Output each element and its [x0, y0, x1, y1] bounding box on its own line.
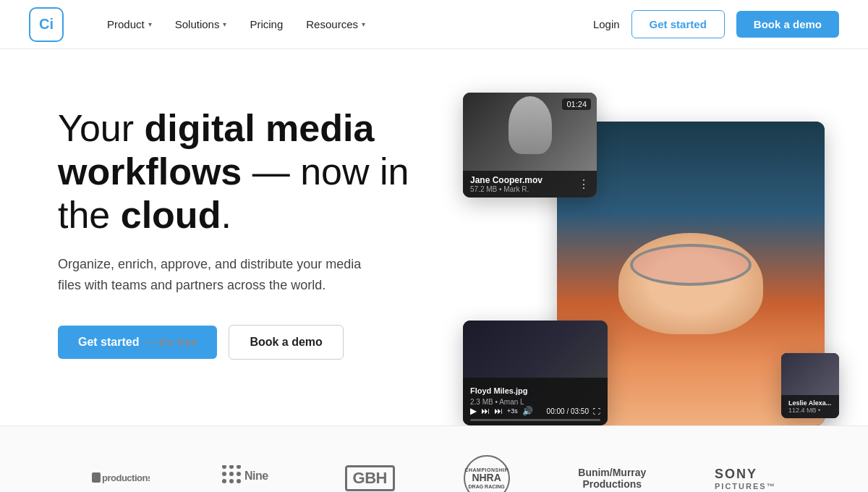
nav-center: Product ▾ Solutions ▾ Pricing Resources … [64, 18, 593, 30]
skip-icon[interactable]: ⏭ [494, 406, 503, 416]
book-demo-nav-button[interactable]: Book a demo [736, 11, 839, 38]
play-icon[interactable]: ▶ [470, 406, 477, 416]
video-player-bar: Floyd Miles.jpg 2.3 MB • Aman L ▶ ⏭ ⏭ +3… [463, 378, 608, 425]
logo-gbh: GBH [345, 465, 395, 491]
player-controls: ▶ ⏭ ⏭ +3s 🔊 00:00 / 03:50 ⛶ [470, 406, 600, 416]
nav-item-solutions[interactable]: Solutions ▾ [175, 18, 227, 30]
svg-text:productions.: productions. [102, 472, 150, 483]
expand-icon[interactable]: ⛶ [593, 407, 600, 415]
hero-title-part1: Your [58, 107, 145, 149]
hero-subtitle: Organize, enrich, approve, and distribut… [58, 254, 362, 296]
card-meta-leslie: 112.4 MB • [788, 407, 831, 414]
nav-item-pricing[interactable]: Pricing [250, 18, 283, 30]
hero-title: Your digital media workflows — now in th… [58, 107, 434, 237]
card-filename-leslie: Leslie Alexa... [788, 399, 831, 407]
svg-point-5 [222, 479, 226, 483]
svg-point-9 [229, 465, 234, 469]
hero-title-end: . [221, 194, 231, 236]
itn-logo-svg: productions. [92, 470, 150, 485]
card-meta-jane: 57.2 MB • Mark R. [470, 185, 542, 193]
media-card-leslie[interactable]: Leslie Alexa... 112.4 MB • [781, 353, 839, 418]
get-started-nav-button[interactable]: Get started [631, 10, 725, 38]
svg-point-7 [237, 479, 241, 483]
hero-section: Your digital media workflows — now in th… [0, 49, 868, 425]
logo-sony-pictures: SONY PICTURES™ [715, 467, 776, 491]
logo-nine: Nine [218, 465, 276, 491]
player-filename: Floyd Miles.jpg [470, 386, 527, 395]
media-card-floyd[interactable]: Floyd Miles.jpg 2.3 MB • Aman L ▶ ⏭ ⏭ +3… [463, 321, 608, 425]
svg-point-10 [237, 465, 241, 469]
nav-links: Product ▾ Solutions ▾ Pricing Resources … [107, 18, 365, 30]
nine-logo-svg: Nine [218, 465, 276, 487]
svg-text:Nine: Nine [244, 470, 268, 482]
card-footer-leslie: Leslie Alexa... 112.4 MB • [781, 395, 839, 418]
logos-bar: productions. Nine GBH CHAMPIONSHIP [0, 426, 868, 492]
speed-label: +3s [507, 407, 518, 415]
chevron-down-icon: ▾ [148, 20, 152, 28]
volume-icon[interactable]: 🔊 [522, 406, 533, 416]
more-options-icon[interactable]: ⋮ [578, 178, 590, 190]
nav-item-resources[interactable]: Resources ▾ [306, 18, 365, 30]
video-duration-badge: 01:24 [562, 98, 591, 110]
login-button[interactable]: Login [593, 18, 620, 30]
card-filename-jane: Jane Cooper.mov [470, 175, 542, 185]
svg-rect-0 [92, 472, 101, 483]
chevron-down-icon: ▾ [362, 20, 365, 28]
svg-point-2 [222, 472, 226, 476]
player-progress-bar[interactable] [470, 419, 600, 421]
media-card-jane[interactable]: 01:24 Jane Cooper.mov 57.2 MB • Mark R. … [463, 93, 597, 198]
svg-point-3 [229, 472, 234, 476]
player-filemeta: 2.3 MB • Aman L [470, 398, 524, 406]
svg-point-8 [222, 465, 226, 469]
hero-media-collage: 01:24 Jane Cooper.mov 57.2 MB • Mark R. … [463, 93, 825, 425]
logo-bunim-murray: Bunim/Murray Productions [578, 467, 646, 490]
next-icon[interactable]: ⏭ [481, 406, 490, 416]
cta-separator: — it's free [145, 336, 197, 348]
nav-item-product[interactable]: Product ▾ [107, 18, 152, 30]
logo-nhra: CHAMPIONSHIP NHRA DRAG RACING [464, 455, 510, 492]
hero-title-bold2: cloud [121, 194, 221, 236]
svg-point-6 [229, 479, 234, 483]
get-started-hero-button[interactable]: Get started — it's free [58, 326, 217, 359]
logo-itn: productions. [92, 470, 150, 487]
chevron-down-icon: ▾ [223, 20, 226, 28]
card-footer-jane: Jane Cooper.mov 57.2 MB • Mark R. ⋮ [463, 171, 597, 198]
navbar: Ci Product ▾ Solutions ▾ Pricing [0, 0, 868, 49]
hero-cta: Get started — it's free Book a demo [58, 325, 434, 360]
logo[interactable]: Ci [29, 7, 64, 42]
hero-text: Your digital media workflows — now in th… [58, 93, 434, 360]
svg-point-4 [237, 472, 241, 476]
player-time: 00:00 / 03:50 [547, 407, 589, 415]
nav-right: Login Get started Book a demo [593, 10, 839, 38]
book-demo-hero-button[interactable]: Book a demo [229, 325, 343, 360]
